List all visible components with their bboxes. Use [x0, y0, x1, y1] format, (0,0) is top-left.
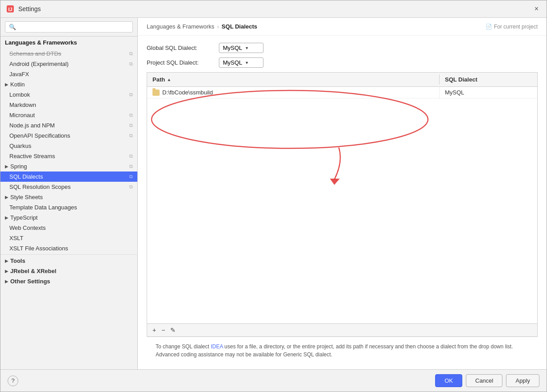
sidebar-item-web-contexts[interactable]: Web Contexts	[0, 223, 137, 233]
table-row[interactable]: D:\fbCode\ssmbuild MySQL	[147, 87, 537, 98]
global-dialect-select[interactable]: MySQL ▼	[219, 43, 263, 53]
sidebar-scroll: Schemas and DTDs ⧉ Android (Experimental…	[0, 49, 137, 369]
sidebar-item-other-settings[interactable]: ▶ Other Settings	[0, 276, 137, 286]
help-button[interactable]: ?	[8, 376, 18, 386]
sidebar-item-label: XSLT File Associations	[9, 245, 133, 252]
sidebar-item-label: SQL Dialects	[9, 173, 129, 180]
sidebar-item-spring[interactable]: ▶ Spring ⧉	[0, 161, 137, 172]
column-header-dialect[interactable]: SQL Dialect	[439, 74, 537, 85]
sidebar-item-quarkus[interactable]: Quarkus	[0, 141, 137, 151]
sidebar-item-style-sheets[interactable]: ▶ Style Sheets	[0, 192, 137, 202]
sidebar-item-label: XSLT	[9, 235, 133, 241]
table-toolbar: + − ✎	[147, 323, 537, 336]
sidebar-section-languages-frameworks[interactable]: Languages & Frameworks	[0, 37, 137, 49]
copy-icon: ⧉	[129, 174, 133, 180]
folder-icon	[152, 90, 160, 96]
sidebar: Languages & Frameworks Schemas and DTDs …	[0, 18, 138, 369]
languages-frameworks-label: Languages & Frameworks	[5, 39, 77, 46]
info-text-content: To change SQL dialect IDEA uses for a fi…	[156, 343, 513, 358]
info-text: To change SQL dialect IDEA uses for a fi…	[147, 337, 538, 362]
expand-arrow-icon: ▶	[5, 269, 8, 274]
project-dialect-select[interactable]: MySQL ▼	[219, 57, 263, 68]
sidebar-item-label: Web Contexts	[9, 225, 133, 231]
dropdown-arrow-icon: ▼	[245, 46, 249, 50]
sidebar-item-label: JavaFX	[9, 71, 133, 78]
copy-icon: ⧉	[129, 184, 133, 190]
cancel-button[interactable]: Cancel	[466, 374, 502, 387]
sidebar-item-openapi[interactable]: OpenAPI Specifications ⧉	[0, 131, 137, 141]
breadcrumb-parent: Languages & Frameworks	[147, 23, 214, 30]
svg-text:IJ: IJ	[8, 7, 12, 12]
expand-arrow-icon: ▶	[5, 82, 8, 87]
search-box	[0, 18, 137, 37]
sidebar-item-label: Node.js and NPM	[9, 122, 129, 129]
breadcrumb: Languages & Frameworks › SQL Dialects 📄 …	[138, 18, 547, 36]
sidebar-item-reactive-streams[interactable]: Reactive Streams ⧉	[0, 151, 137, 161]
ok-button[interactable]: OK	[435, 374, 462, 387]
search-input[interactable]	[5, 21, 133, 33]
sidebar-item-markdown[interactable]: Markdown	[0, 100, 137, 110]
path-label: Path	[152, 76, 165, 83]
sidebar-item-android[interactable]: Android (Experimental) ⧉	[0, 59, 137, 69]
expand-arrow-icon: ▶	[5, 195, 8, 200]
global-dialect-row: Global SQL Dialect: MySQL ▼	[147, 43, 538, 53]
for-current-project: 📄 For current project	[485, 24, 538, 30]
sidebar-item-jrebel-xrebel[interactable]: ▶ JRebel & XRebel	[0, 266, 137, 276]
dialect-table: Path ▲ SQL Dialect D:\fbCode\ssmbuild My…	[147, 72, 538, 337]
dialog-title: Settings	[18, 5, 41, 12]
sidebar-item-sql-dialects[interactable]: SQL Dialects ⧉	[0, 172, 137, 182]
sidebar-item-label: OpenAPI Specifications	[9, 132, 129, 139]
sidebar-item-javafx[interactable]: JavaFX	[0, 69, 137, 79]
dropdown-arrow-icon: ▼	[245, 61, 249, 65]
global-dialect-label: Global SQL Dialect:	[147, 45, 214, 51]
sidebar-item-label: Template Data Languages	[9, 204, 133, 211]
sidebar-item-label: Android (Experimental)	[9, 61, 129, 67]
column-header-path[interactable]: Path ▲	[147, 74, 439, 85]
app-icon: IJ	[6, 4, 15, 13]
main-content: Languages & Frameworks Schemas and DTDs …	[0, 18, 547, 369]
sidebar-item-schemas-dtds[interactable]: Schemas and DTDs ⧉	[0, 49, 137, 59]
sidebar-item-label: Reactive Streams	[9, 153, 129, 159]
copy-icon: ⧉	[129, 51, 133, 57]
copy-icon: ⧉	[129, 163, 133, 169]
sidebar-item-label: Kotlin	[10, 81, 133, 88]
section-divider	[0, 254, 137, 255]
expand-arrow-icon: ▶	[5, 258, 8, 263]
copy-icon: ⧉	[129, 61, 133, 67]
close-button[interactable]: ×	[532, 4, 541, 14]
sidebar-item-lombok[interactable]: Lombok ⧉	[0, 90, 137, 100]
apply-button[interactable]: Apply	[506, 374, 539, 387]
sidebar-item-label: Spring	[10, 163, 129, 170]
expand-arrow-icon: ▶	[5, 215, 8, 220]
sidebar-item-label: Quarkus	[9, 143, 133, 149]
sidebar-item-sql-resolution-scopes[interactable]: SQL Resolution Scopes ⧉	[0, 182, 137, 192]
sidebar-item-xslt-file-associations[interactable]: XSLT File Associations	[0, 243, 137, 253]
sidebar-item-label: TypeScript	[10, 214, 133, 221]
expand-arrow-icon: ▶	[5, 279, 8, 284]
settings-dialog: IJ Settings × Languages & Frameworks Sch…	[0, 0, 547, 392]
sidebar-item-label: Lombok	[9, 91, 129, 98]
sidebar-item-typescript[interactable]: ▶ TypeScript	[0, 212, 137, 223]
sidebar-item-template-data-languages[interactable]: Template Data Languages	[0, 202, 137, 212]
edit-button[interactable]: ✎	[169, 326, 177, 335]
idea-link[interactable]: IDEA	[211, 343, 223, 350]
document-icon: 📄	[485, 24, 492, 30]
project-dialect-row: Project SQL Dialect: MySQL ▼	[147, 57, 538, 68]
remove-button[interactable]: −	[160, 326, 167, 335]
path-value: D:\fbCode\ssmbuild	[162, 89, 213, 96]
table-cell-path: D:\fbCode\ssmbuild	[147, 87, 439, 98]
copy-icon: ⧉	[129, 133, 133, 139]
sidebar-item-kotlin[interactable]: ▶ Kotlin	[0, 79, 137, 90]
copy-icon: ⧉	[129, 112, 133, 118]
sidebar-item-label: Style Sheets	[10, 194, 133, 200]
panel-body: Global SQL Dialect: MySQL ▼ Project SQL …	[138, 36, 547, 369]
sidebar-item-nodejs-npm[interactable]: Node.js and NPM ⧉	[0, 120, 137, 131]
copy-icon: ⧉	[129, 153, 133, 159]
sidebar-item-xslt[interactable]: XSLT	[0, 233, 137, 243]
right-panel: Languages & Frameworks › SQL Dialects 📄 …	[138, 18, 547, 369]
sidebar-item-label: SQL Resolution Scopes	[9, 184, 129, 190]
sidebar-item-tools[interactable]: ▶ Tools	[0, 256, 137, 266]
sidebar-item-micronaut[interactable]: Micronaut ⧉	[0, 110, 137, 120]
project-dialect-label: Project SQL Dialect:	[147, 59, 214, 66]
add-button[interactable]: +	[151, 326, 158, 335]
